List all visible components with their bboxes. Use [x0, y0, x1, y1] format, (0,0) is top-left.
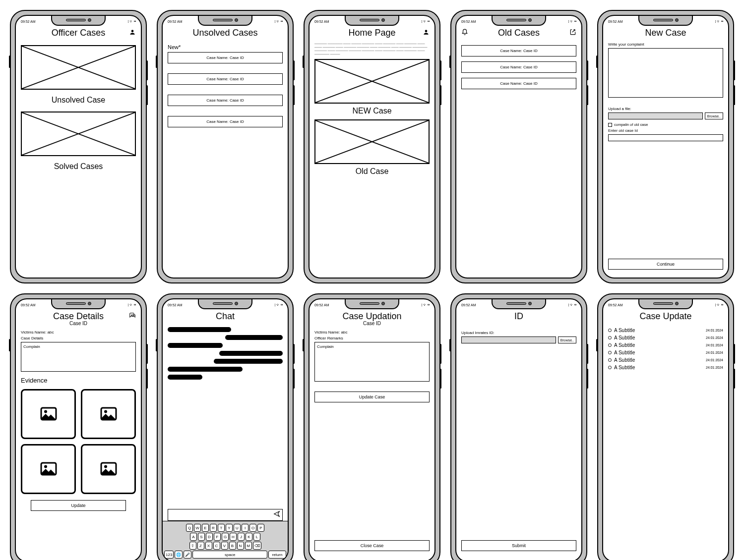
key-K[interactable]: K: [246, 533, 252, 541]
image-placeholder-unsolved[interactable]: [21, 45, 136, 90]
phone-case-updation: 09:52 AM⋮ ᯤ ▭ Case Updation Case ID Vict…: [304, 293, 440, 560]
image-placeholder-old[interactable]: [314, 119, 430, 164]
page-title: New Case: [645, 28, 686, 38]
update-button[interactable]: Update: [31, 500, 126, 511]
update-row[interactable]: A Subtitle24:01:2024: [608, 335, 723, 340]
key-U[interactable]: U: [234, 524, 241, 532]
continue-button[interactable]: Continue: [608, 259, 723, 270]
key-Z[interactable]: Z: [197, 542, 204, 550]
details-textarea[interactable]: Complain: [21, 342, 136, 372]
old-case-checkbox[interactable]: compalin of old case: [608, 122, 723, 127]
phone-unsolved-cases: 09:52 AM⋮ ᯤ ▭ Unsolved Cases New* Case N…: [157, 10, 294, 283]
key-P[interactable]: P: [257, 524, 264, 532]
phone-case-update: 09:52 AM⋮ ᯤ ▭ Case Update A Subtitle24:0…: [597, 293, 734, 560]
update-row[interactable]: A Subtitle24:01:2024: [608, 357, 723, 363]
svg-point-0: [131, 30, 134, 32]
key-G[interactable]: G: [222, 533, 229, 541]
svg-point-15: [44, 465, 47, 468]
update-row[interactable]: A Subtitle24:01:2024: [608, 365, 723, 370]
page-title: Case Details: [53, 311, 104, 322]
case-item[interactable]: Case Name: Case ID: [168, 116, 283, 127]
key-globe[interactable]: 🌐: [175, 551, 183, 559]
case-item[interactable]: Case Name: Case ID: [168, 73, 283, 85]
update-date: 24:01:2024: [706, 329, 723, 332]
chat-icon[interactable]: [129, 312, 136, 321]
key-L[interactable]: L: [253, 533, 260, 541]
profile-icon[interactable]: [129, 29, 136, 38]
key-D[interactable]: D: [206, 533, 213, 541]
key-E[interactable]: E: [202, 524, 209, 532]
key-O[interactable]: O: [249, 524, 256, 532]
close-case-button[interactable]: Close Case: [314, 540, 430, 551]
key-V[interactable]: V: [221, 542, 228, 550]
evidence-thumb[interactable]: [21, 444, 76, 494]
old-id-input[interactable]: [608, 134, 723, 141]
update-case-button[interactable]: Update Case: [314, 392, 430, 402]
key-X[interactable]: X: [205, 542, 212, 550]
chat-message-received: [168, 343, 283, 348]
key-B[interactable]: B: [229, 542, 236, 550]
key-R[interactable]: R: [210, 524, 217, 532]
bullet-icon: [608, 343, 612, 347]
profile-icon[interactable]: [423, 29, 430, 38]
browse-button[interactable]: Browse..: [558, 336, 576, 343]
file-path-input[interactable]: [461, 336, 556, 343]
key-W[interactable]: W: [194, 524, 201, 532]
key-⌫[interactable]: ⌫: [253, 542, 261, 550]
file-path-input[interactable]: [608, 112, 703, 119]
edit-icon[interactable]: [569, 29, 576, 38]
page-title: ID: [514, 311, 523, 322]
key-T[interactable]: T: [218, 524, 225, 532]
key-N[interactable]: N: [237, 542, 244, 550]
image-placeholder-solved[interactable]: [21, 112, 136, 156]
update-row[interactable]: A Subtitle24:01:2024: [608, 342, 723, 348]
update-label: A Subtitle: [614, 350, 706, 355]
complaint-textarea[interactable]: [608, 48, 723, 98]
case-item[interactable]: Case Name: Case ID: [461, 45, 576, 56]
chat-message-received: [168, 367, 283, 372]
update-date: 24:01:2024: [706, 343, 723, 347]
notch: [345, 298, 399, 309]
checkbox-icon[interactable]: [608, 123, 612, 127]
bell-icon[interactable]: [461, 29, 468, 38]
image-placeholder-new[interactable]: [314, 59, 430, 104]
update-row[interactable]: A Subtitle24:01:2024: [608, 350, 723, 355]
browse-button[interactable]: Browse..: [705, 112, 723, 119]
key-H[interactable]: H: [230, 533, 237, 541]
key-123[interactable]: 123: [164, 551, 174, 559]
chat-input[interactable]: [170, 511, 271, 518]
keyboard[interactable]: QWERTYUIOP ASDFGHJKL ⇧ZXCVBNM⌫ 123 🌐 🎤 s…: [163, 521, 288, 560]
details-label: Case Details: [21, 336, 136, 340]
case-item[interactable]: Case Name: Case ID: [168, 95, 283, 106]
update-row[interactable]: A Subtitle24:01:2024: [608, 328, 723, 333]
key-C[interactable]: C: [213, 542, 220, 550]
case-item[interactable]: Case Name: Case ID: [461, 78, 576, 89]
evidence-thumb[interactable]: [21, 389, 76, 439]
case-item[interactable]: Case Name: Case ID: [461, 61, 576, 73]
key-space[interactable]: space: [192, 551, 267, 559]
bullet-icon: [608, 358, 612, 362]
svg-point-13: [104, 410, 107, 413]
key-Q[interactable]: Q: [186, 524, 193, 532]
update-date: 24:01:2024: [706, 351, 723, 354]
evidence-thumb[interactable]: [81, 389, 136, 439]
key-return[interactable]: return: [268, 551, 286, 559]
evidence-thumb[interactable]: [81, 444, 136, 494]
bullet-icon: [608, 366, 612, 369]
status-time: 09:52 AM: [21, 20, 36, 23]
key-⇧[interactable]: ⇧: [189, 542, 196, 550]
phone-chat: 09:52 AM⋮ ᯤ ▭ Chat QWERTYUIOP ASDFGH: [157, 293, 294, 560]
key-mic[interactable]: 🎤: [184, 551, 191, 559]
key-Y[interactable]: Y: [226, 524, 233, 532]
key-S[interactable]: S: [198, 533, 205, 541]
case-item[interactable]: Case Name: Case ID: [168, 52, 283, 63]
key-I[interactable]: I: [242, 524, 248, 532]
key-A[interactable]: A: [190, 533, 197, 541]
submit-button[interactable]: Submit: [461, 540, 576, 551]
key-J[interactable]: J: [238, 533, 245, 541]
remarks-textarea[interactable]: Complain: [314, 342, 430, 382]
key-F[interactable]: F: [214, 533, 221, 541]
key-M[interactable]: M: [245, 542, 252, 550]
upload-label: Upload Imrates ID:: [461, 331, 576, 335]
send-icon[interactable]: [273, 510, 280, 519]
